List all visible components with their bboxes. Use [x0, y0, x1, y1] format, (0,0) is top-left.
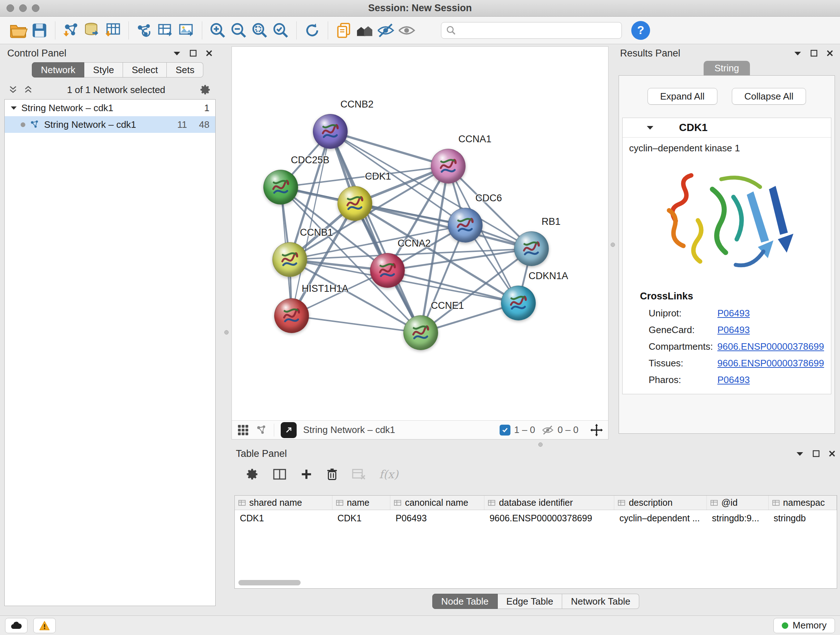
- tab-network[interactable]: Network: [32, 62, 84, 78]
- network-node-RB1[interactable]: [514, 231, 549, 266]
- column-header[interactable]: canonical name: [390, 496, 485, 510]
- function-builder-button[interactable]: f(x): [379, 468, 398, 481]
- network-node-CCNE1[interactable]: [403, 315, 438, 350]
- collection-expand-caret[interactable]: [11, 106, 17, 110]
- panel-float-button[interactable]: [810, 50, 818, 57]
- tissues-link[interactable]: 9606.ENSP00000378699: [717, 358, 824, 369]
- import-table-from-file-button[interactable]: [103, 20, 123, 41]
- cloud-status-button[interactable]: [5, 618, 27, 633]
- network-options-gear-button[interactable]: [200, 84, 211, 96]
- home-button[interactable]: [354, 20, 375, 41]
- zoom-fit-button[interactable]: [249, 20, 270, 41]
- new-network-button[interactable]: [134, 20, 155, 41]
- compartments-link[interactable]: 9606.ENSP00000378699: [717, 341, 824, 352]
- panel-float-button[interactable]: [813, 450, 820, 457]
- network-edge-CCNB2-CCNE1[interactable]: [330, 131, 421, 333]
- network-row[interactable]: String Network – cdk1 11 48: [5, 116, 215, 133]
- network-node-CCNA2[interactable]: [370, 253, 405, 288]
- create-column-button[interactable]: [273, 468, 286, 480]
- collapse-all-button[interactable]: Collapse All: [732, 88, 806, 105]
- toolbar-search[interactable]: [441, 22, 622, 39]
- import-network-from-file-button[interactable]: [60, 20, 81, 41]
- horizontal-scrollbar[interactable]: [238, 580, 301, 585]
- column-header[interactable]: name: [332, 496, 391, 510]
- expand-all-networks-button[interactable]: [24, 85, 33, 95]
- collapse-all-networks-button[interactable]: [9, 85, 17, 95]
- column-header[interactable]: shared name: [235, 496, 332, 510]
- panel-collapse-button[interactable]: [796, 451, 804, 456]
- open-session-button[interactable]: [8, 20, 29, 41]
- refresh-view-button[interactable]: [302, 20, 323, 41]
- column-header[interactable]: @id: [707, 496, 769, 510]
- detach-view-button[interactable]: [281, 422, 297, 438]
- network-canvas[interactable]: CCNB2CCNA1CDC25BCDK1CDC6RB1CCNB1CCNA2CDK…: [232, 47, 608, 420]
- import-network-from-database-button[interactable]: [81, 20, 103, 41]
- tab-style[interactable]: Style: [84, 62, 123, 78]
- tab-node-table[interactable]: Node Table: [432, 594, 498, 609]
- network-node-CCNA1[interactable]: [431, 149, 466, 184]
- pharos-link[interactable]: P06493: [717, 374, 750, 386]
- panel-collapse-button[interactable]: [794, 51, 802, 56]
- splitter-handle[interactable]: [224, 330, 229, 334]
- selected-checkbox-icon[interactable]: [500, 424, 510, 435]
- network-node-CDC25B[interactable]: [264, 170, 298, 204]
- table-cell[interactable]: CDK1: [332, 510, 391, 526]
- show-graphics-details-button[interactable]: [396, 20, 417, 41]
- export-table-button[interactable]: [155, 20, 176, 41]
- memory-button[interactable]: Memory: [774, 618, 835, 633]
- tab-string[interactable]: String: [704, 61, 750, 75]
- uniprot-link[interactable]: P06493: [717, 308, 750, 319]
- zoom-out-button[interactable]: [228, 20, 249, 41]
- network-node-CCNB1[interactable]: [272, 242, 307, 277]
- search-input[interactable]: [459, 24, 617, 36]
- network-collection-row[interactable]: String Network – cdk1 1: [5, 100, 215, 116]
- column-header[interactable]: description: [614, 496, 707, 510]
- export-image-button[interactable]: [176, 20, 197, 41]
- panel-collapse-button[interactable]: [173, 51, 181, 56]
- table-cell[interactable]: P06493: [390, 510, 485, 526]
- grid-view-button[interactable]: [237, 424, 249, 436]
- network-node-CCNB2[interactable]: [313, 114, 347, 149]
- network-edge-HIST1H1A-CCNE1[interactable]: [292, 316, 421, 333]
- panel-float-button[interactable]: [189, 50, 197, 57]
- expand-all-button[interactable]: Expand All: [647, 88, 717, 105]
- tab-select[interactable]: Select: [123, 62, 167, 78]
- gene-section-header[interactable]: CDK1: [622, 118, 831, 138]
- zoom-selected-button[interactable]: [270, 20, 291, 41]
- table-options-gear-button[interactable]: [246, 468, 259, 481]
- zoom-window-button[interactable]: [32, 4, 39, 12]
- column-header[interactable]: database identifier: [485, 496, 614, 510]
- table-cell[interactable]: 9606.ENSP00000378699: [485, 510, 614, 526]
- delete-column-button[interactable]: [326, 468, 338, 481]
- column-header[interactable]: namespac: [769, 496, 837, 510]
- panel-close-button[interactable]: [829, 450, 836, 457]
- clear-table-button-disabled[interactable]: [352, 468, 365, 480]
- zoom-in-button[interactable]: [207, 20, 228, 41]
- panel-close-button[interactable]: [826, 50, 834, 57]
- network-node-CDK1[interactable]: [338, 186, 372, 221]
- table-row[interactable]: CDK1 CDK1 P06493 9606.ENSP00000378699 cy…: [235, 510, 837, 526]
- network-edge-CCNB2-CCNA1[interactable]: [330, 131, 448, 166]
- table-cell[interactable]: cyclin–dependent ...: [614, 510, 707, 526]
- network-node-HIST1H1A[interactable]: [274, 298, 309, 333]
- gene-expand-caret[interactable]: [646, 125, 654, 130]
- warnings-button[interactable]: [33, 618, 56, 633]
- save-session-button[interactable]: [29, 20, 50, 41]
- splitter-handle[interactable]: [538, 442, 543, 447]
- minimize-window-button[interactable]: [19, 4, 27, 12]
- genecard-link[interactable]: P06493: [717, 325, 750, 336]
- add-row-button[interactable]: [300, 468, 313, 480]
- copy-button[interactable]: [333, 20, 354, 41]
- close-window-button[interactable]: [6, 4, 14, 12]
- splitter-handle[interactable]: [611, 242, 615, 247]
- pan-mode-button[interactable]: [590, 424, 603, 437]
- network-node-CDC6[interactable]: [448, 208, 483, 242]
- table-cell[interactable]: stringdb:9...: [707, 510, 769, 526]
- network-node-CDKN1A[interactable]: [501, 286, 536, 320]
- network-overview-button[interactable]: [256, 424, 267, 436]
- tab-network-table[interactable]: Network Table: [562, 594, 639, 609]
- panel-close-button[interactable]: [205, 50, 213, 57]
- help-button[interactable]: ?: [631, 21, 650, 40]
- table-cell[interactable]: CDK1: [235, 510, 332, 526]
- tab-sets[interactable]: Sets: [167, 62, 203, 78]
